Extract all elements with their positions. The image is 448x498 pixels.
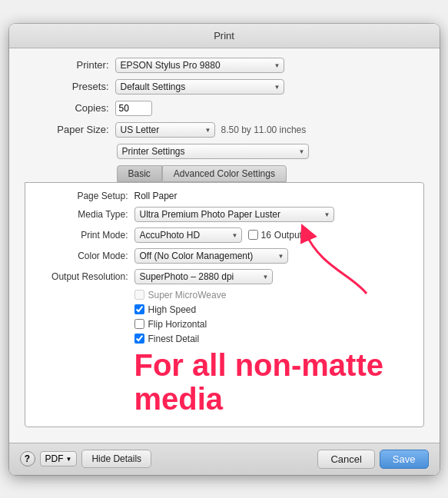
color-mode-select-wrap: Off (No Color Management): [134, 248, 288, 264]
help-button[interactable]: ?: [20, 451, 35, 466]
media-type-select[interactable]: Ultra Premium Photo Paper Luster: [134, 207, 334, 222]
finest-detail-row: Finest Detail: [134, 334, 413, 344]
pdf-label: PDF: [45, 453, 64, 464]
bottom-bar: ? PDF ▼ Hide Details Cancel Save: [9, 443, 440, 475]
pdf-dropdown-icon: ▼: [66, 456, 72, 463]
output-res-select-wrap: SuperPhoto – 2880 dpi: [134, 269, 273, 284]
printer-settings-select[interactable]: Printer Settings: [117, 144, 309, 159]
high-speed-label: High Speed: [148, 304, 197, 315]
print-mode-select[interactable]: AccuPhoto HD: [134, 227, 242, 243]
bit-depth-section: 16 Output: [248, 230, 302, 241]
presets-label: Presets:: [25, 81, 109, 92]
presets-select-wrap: Default Settings: [115, 79, 284, 95]
annotation-area: For all non-matte media: [36, 348, 413, 416]
copies-label: Copies:: [25, 102, 109, 114]
print-mode-select-wrap: AccuPhoto HD: [134, 227, 242, 243]
bit-depth-suffix: Output: [274, 230, 302, 241]
flip-horizontal-row: Flip Horizontal: [134, 319, 413, 330]
cancel-button[interactable]: Cancel: [317, 450, 374, 469]
annotation-text: For all non-matte media: [134, 348, 413, 416]
presets-row: Presets: Default Settings: [25, 79, 424, 95]
paper-size-label: Paper Size:: [25, 124, 109, 135]
bit-depth-label: 16: [261, 230, 271, 241]
flip-horizontal-checkbox[interactable]: [134, 319, 144, 329]
checkboxes-annotation-wrapper: Super MicroWeave High Speed Flip Horizon…: [36, 290, 413, 416]
print-mode-row: Print Mode: AccuPhoto HD 16 Output: [36, 227, 413, 243]
paper-size-note: 8.50 by 11.00 inches: [221, 124, 307, 135]
presets-select[interactable]: Default Settings: [115, 79, 284, 95]
output-res-label: Output Resolution:: [36, 271, 128, 282]
media-type-row: Media Type: Ultra Premium Photo Paper Lu…: [36, 207, 413, 222]
hide-details-button[interactable]: Hide Details: [81, 450, 151, 468]
print-mode-label: Print Mode:: [36, 230, 128, 241]
tab-advanced-color[interactable]: Advanced Color Settings: [162, 165, 287, 182]
media-type-select-wrap: Ultra Premium Photo Paper Luster: [134, 207, 334, 222]
high-speed-row: High Speed: [134, 304, 413, 315]
output-res-row: Output Resolution: SuperPhoto – 2880 dpi: [36, 269, 413, 284]
page-setup-row: Page Setup: Roll Paper: [36, 191, 413, 201]
printer-select-wrap: EPSON Stylus Pro 9880: [115, 58, 284, 73]
color-mode-label: Color Mode:: [36, 251, 128, 261]
tab-basic[interactable]: Basic: [117, 165, 162, 182]
page-setup-value: Roll Paper: [134, 191, 178, 201]
paper-size-select[interactable]: US Letter: [115, 122, 215, 138]
paper-size-row: Paper Size: US Letter 8.50 by 11.00 inch…: [25, 122, 424, 138]
printer-label: Printer:: [25, 59, 109, 71]
super-microweave-row: Super MicroWeave: [134, 290, 413, 300]
printer-settings-select-wrap: Printer Settings: [117, 144, 309, 159]
dialog-title: Print: [214, 30, 234, 42]
color-mode-select[interactable]: Off (No Color Management): [134, 248, 288, 264]
dialog-content: Printer: EPSON Stylus Pro 9880 Presets: …: [9, 48, 440, 443]
media-type-label: Media Type:: [36, 209, 128, 220]
page-setup-label: Page Setup:: [36, 191, 128, 201]
save-button[interactable]: Save: [380, 450, 429, 469]
printer-row: Printer: EPSON Stylus Pro 9880: [25, 58, 424, 73]
tabs-row: Basic Advanced Color Settings: [25, 165, 424, 182]
pdf-button[interactable]: PDF ▼: [40, 451, 78, 466]
high-speed-checkbox[interactable]: [134, 304, 144, 314]
print-dialog: Print Printer: EPSON Stylus Pro 9880 Pre…: [9, 24, 440, 475]
copies-row: Copies:: [25, 101, 424, 116]
super-microweave-checkbox[interactable]: [134, 290, 144, 300]
flip-horizontal-label: Flip Horizontal: [148, 319, 207, 330]
checkboxes-area: Super MicroWeave High Speed Flip Horizon…: [36, 290, 413, 344]
super-microweave-label: Super MicroWeave: [148, 290, 227, 300]
printer-select[interactable]: EPSON Stylus Pro 9880: [115, 58, 284, 73]
copies-input[interactable]: [115, 101, 152, 116]
title-bar: Print: [9, 24, 440, 48]
finest-detail-label: Finest Detail: [148, 334, 200, 344]
settings-panel: Page Setup: Roll Paper Media Type: Ultra…: [25, 182, 424, 427]
output-res-select[interactable]: SuperPhoto – 2880 dpi: [134, 269, 273, 284]
finest-detail-checkbox[interactable]: [134, 334, 144, 344]
bit-depth-checkbox[interactable]: [248, 230, 258, 240]
printer-settings-row: Printer Settings: [25, 144, 424, 159]
paper-size-select-wrap: US Letter: [115, 122, 215, 138]
color-mode-row: Color Mode: Off (No Color Management): [36, 248, 413, 264]
